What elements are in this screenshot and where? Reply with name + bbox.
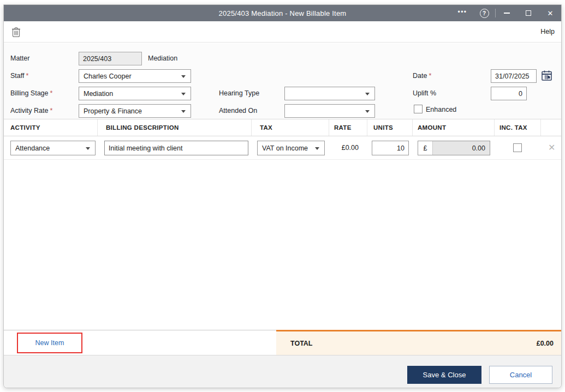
total-bar: TOTAL £0.00 <box>276 330 561 355</box>
button-strip: Save & Close Cancel <box>4 355 561 388</box>
units-input[interactable] <box>372 141 409 155</box>
footer-left: New Item <box>4 330 276 355</box>
minimize-icon <box>504 13 510 14</box>
calendar-icon <box>541 70 552 81</box>
activity-rate-label: Activity Rate* <box>10 107 52 114</box>
chevron-down-icon <box>181 75 186 78</box>
tax-dropdown[interactable]: VAT on Income <box>257 141 325 155</box>
billing-stage-label: Billing Stage* <box>10 89 52 97</box>
chevron-down-icon <box>181 93 186 95</box>
grid-header: ACTIVITY BILLING DESCRIPTION TAX RATE UN… <box>4 119 561 136</box>
window-help-button[interactable]: ? <box>473 5 495 21</box>
maximize-button[interactable] <box>518 5 539 21</box>
delete-row-button[interactable]: ✕ <box>548 142 555 153</box>
col-billing-description: BILLING DESCRIPTION <box>98 119 252 136</box>
attended-on-label: Attended On <box>219 107 257 114</box>
chevron-down-icon <box>315 147 319 150</box>
currency-symbol: £ <box>418 141 432 155</box>
col-tax: TAX <box>252 119 329 136</box>
billing-description-input[interactable] <box>104 141 248 155</box>
activity-rate-value: Property & Finance <box>84 107 142 115</box>
hearing-type-label: Hearing Type <box>219 89 259 97</box>
col-activity: ACTIVITY <box>4 119 98 136</box>
chevron-down-icon <box>365 93 370 95</box>
close-button[interactable]: ✕ <box>539 5 561 21</box>
ellipsis-icon: ••• <box>457 8 467 18</box>
amount-field[interactable]: £ 0.00 <box>418 141 490 155</box>
delete-item-button[interactable] <box>11 27 21 39</box>
maximize-icon <box>526 10 531 16</box>
date-picker-button[interactable] <box>541 70 552 83</box>
date-label: Date* <box>413 72 431 80</box>
new-item-button[interactable]: New Item <box>35 339 64 347</box>
activity-value: Attendance <box>15 144 50 152</box>
matter-suffix: Mediation <box>148 55 177 62</box>
billing-stage-dropdown[interactable]: Mediation <box>79 87 191 100</box>
uplift-input[interactable] <box>491 87 527 100</box>
annotation-highlight: New Item <box>17 333 82 353</box>
trash-icon <box>11 27 21 37</box>
inc-tax-checkbox[interactable] <box>513 143 522 152</box>
col-units: UNITS <box>367 119 413 136</box>
total-label: TOTAL <box>290 340 313 347</box>
grid-empty-area <box>4 160 561 329</box>
hearing-type-dropdown[interactable] <box>284 87 375 100</box>
chevron-down-icon <box>365 110 370 113</box>
cancel-button[interactable]: Cancel <box>489 366 552 384</box>
title-bar: 2025/403 Mediation - New Billable Item •… <box>4 5 561 21</box>
col-amount: AMOUNT <box>413 119 495 136</box>
billing-stage-value: Mediation <box>84 90 113 98</box>
enhanced-label: Enhanced <box>426 106 456 113</box>
col-inc-tax: INC. TAX <box>495 119 541 136</box>
toolbar: Help <box>4 21 561 43</box>
footer-row: New Item TOTAL £0.00 <box>4 330 561 355</box>
col-rate: RATE <box>329 119 367 136</box>
save-and-close-button[interactable]: Save & Close <box>407 366 481 384</box>
more-options-button[interactable]: ••• <box>451 5 473 21</box>
help-icon: ? <box>480 9 489 18</box>
chevron-down-icon <box>86 147 90 150</box>
close-icon: ✕ <box>548 9 554 17</box>
amount-value: 0.00 <box>432 141 490 155</box>
staff-value: Charles Cooper <box>84 73 132 80</box>
attended-on-dropdown[interactable] <box>284 104 375 118</box>
total-value: £0.00 <box>537 340 554 347</box>
uplift-label: Uplift % <box>413 89 436 97</box>
staff-label: Staff* <box>10 72 28 80</box>
date-input[interactable] <box>491 69 537 83</box>
dialog-window: 2025/403 Mediation - New Billable Item •… <box>3 4 562 388</box>
chevron-down-icon <box>181 110 186 113</box>
rate-value: £0.00 <box>329 144 359 152</box>
form-area: Matter Mediation Staff* Charles Cooper D… <box>4 43 561 119</box>
matter-input[interactable] <box>79 52 142 65</box>
staff-dropdown[interactable]: Charles Cooper <box>79 69 191 83</box>
table-row: Attendance VAT on Income £0.00 £ 0.00 ✕ <box>4 136 561 160</box>
tax-value: VAT on Income <box>262 144 308 152</box>
enhanced-checkbox[interactable] <box>414 105 423 113</box>
matter-label: Matter <box>10 55 29 62</box>
help-link[interactable]: Help <box>540 28 555 35</box>
activity-dropdown[interactable]: Attendance <box>10 141 96 155</box>
minimize-button[interactable] <box>496 5 518 21</box>
activity-rate-dropdown[interactable]: Property & Finance <box>79 104 191 118</box>
col-actions <box>541 119 561 136</box>
